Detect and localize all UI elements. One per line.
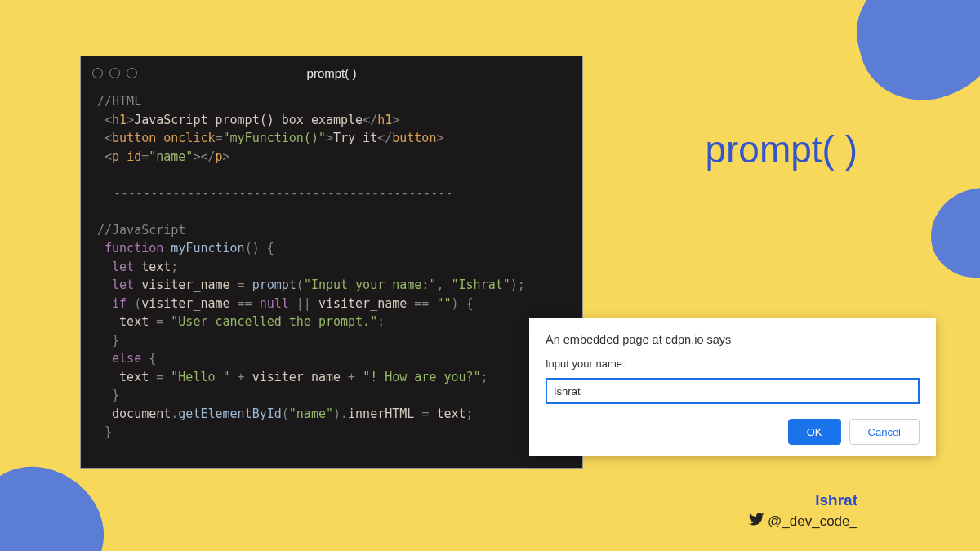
- credit-block: Ishrat @_dev_code_: [748, 491, 858, 531]
- ok-button[interactable]: OK: [788, 419, 841, 445]
- dialog-label: Input your name:: [546, 358, 920, 370]
- window-title: prompt( ): [307, 66, 357, 80]
- decorative-blob-right: [931, 188, 980, 278]
- window-controls: [92, 68, 137, 78]
- code-content: //HTML <h1>JavaScript prompt() box examp…: [97, 92, 566, 442]
- window-header: prompt( ): [81, 56, 582, 89]
- window-dot-minimize[interactable]: [109, 68, 120, 78]
- handle-text: @_dev_code_: [768, 513, 858, 530]
- dialog-title: An embedded page at cdpn.io says: [546, 333, 920, 346]
- twitter-icon: [748, 511, 764, 531]
- prompt-dialog: An embedded page at cdpn.io says Input y…: [529, 318, 936, 456]
- author-handle: @_dev_code_: [748, 511, 858, 531]
- cancel-button[interactable]: Cancel: [849, 419, 920, 445]
- prompt-input[interactable]: [546, 378, 920, 404]
- window-dot-maximize[interactable]: [127, 68, 137, 78]
- decorative-blob-top: [843, 0, 980, 115]
- code-editor-window: prompt( ) //HTML <h1>JavaScript prompt()…: [80, 56, 583, 469]
- page-heading: prompt( ): [705, 127, 858, 171]
- author-name: Ishrat: [748, 491, 858, 509]
- dialog-buttons: OK Cancel: [546, 419, 920, 445]
- code-body: //HTML <h1>JavaScript prompt() box examp…: [81, 89, 582, 458]
- window-dot-close[interactable]: [92, 68, 103, 78]
